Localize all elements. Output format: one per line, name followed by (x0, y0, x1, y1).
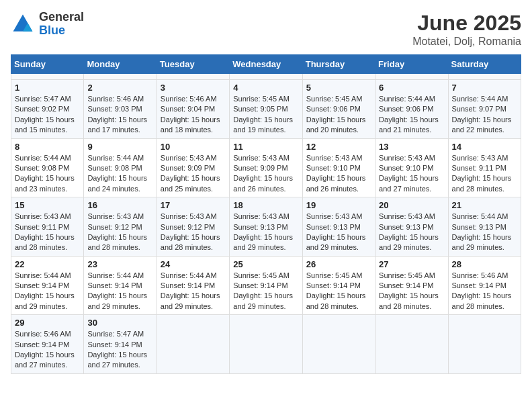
empty-cell (302, 74, 375, 80)
week-row-5: 22 Sunrise: 5:44 AMSunset: 9:14 PMDaylig… (11, 256, 521, 315)
day-info: Sunrise: 5:43 AMSunset: 9:09 PMDaylight:… (161, 154, 220, 193)
calendar-subtitle: Motatei, Dolj, Romania (412, 36, 521, 48)
day-number: 16 (87, 200, 152, 210)
day-info: Sunrise: 5:44 AMSunset: 9:13 PMDaylight:… (452, 212, 512, 251)
day-cell-23: 23 Sunrise: 5:44 AMSunset: 9:14 PMDaylig… (84, 256, 157, 315)
empty-cell (448, 74, 521, 80)
day-info: Sunrise: 5:43 AMSunset: 9:13 PMDaylight:… (233, 212, 293, 251)
weekday-header-wednesday: Wednesday (230, 55, 302, 74)
day-cell-10: 10 Sunrise: 5:43 AMSunset: 9:09 PMDaylig… (157, 138, 229, 197)
day-info: Sunrise: 5:45 AMSunset: 9:05 PMDaylight:… (233, 95, 293, 134)
day-cell-28: 28 Sunrise: 5:46 AMSunset: 9:14 PMDaylig… (448, 256, 521, 315)
empty-cell (375, 315, 448, 374)
day-cell-8: 8 Sunrise: 5:44 AMSunset: 9:08 PMDayligh… (11, 138, 84, 197)
day-info: Sunrise: 5:44 AMSunset: 9:14 PMDaylight:… (87, 271, 147, 310)
weekday-header-sunday: Sunday (11, 55, 84, 74)
day-info: Sunrise: 5:47 AMSunset: 9:14 PMDaylight:… (87, 330, 147, 369)
day-number: 3 (161, 83, 226, 93)
day-info: Sunrise: 5:43 AMSunset: 9:12 PMDaylight:… (161, 212, 220, 251)
day-number: 10 (161, 142, 226, 152)
day-cell-11: 11 Sunrise: 5:43 AMSunset: 9:09 PMDaylig… (230, 138, 302, 197)
day-info: Sunrise: 5:43 AMSunset: 9:10 PMDaylight:… (379, 154, 439, 193)
day-number: 5 (306, 83, 371, 93)
day-number: 14 (452, 142, 517, 152)
day-info: Sunrise: 5:44 AMSunset: 9:08 PMDaylight:… (15, 154, 75, 193)
empty-cell (375, 74, 448, 80)
day-number: 2 (87, 83, 152, 93)
day-cell-19: 19 Sunrise: 5:43 AMSunset: 9:13 PMDaylig… (302, 197, 375, 257)
day-number: 4 (233, 83, 298, 93)
day-info: Sunrise: 5:43 AMSunset: 9:12 PMDaylight:… (87, 212, 147, 251)
week-row-6: 29 Sunrise: 5:46 AMSunset: 9:14 PMDaylig… (11, 315, 521, 374)
day-info: Sunrise: 5:44 AMSunset: 9:06 PMDaylight:… (379, 95, 439, 134)
weekday-header-thursday: Thursday (302, 55, 375, 74)
day-info: Sunrise: 5:45 AMSunset: 9:14 PMDaylight:… (379, 271, 439, 310)
day-cell-4: 4 Sunrise: 5:45 AMSunset: 9:05 PMDayligh… (230, 80, 302, 139)
day-cell-13: 13 Sunrise: 5:43 AMSunset: 9:10 PMDaylig… (375, 138, 448, 197)
logo-text: General Blue (39, 11, 84, 38)
day-info: Sunrise: 5:45 AMSunset: 9:06 PMDaylight:… (306, 95, 366, 134)
day-cell-12: 12 Sunrise: 5:43 AMSunset: 9:10 PMDaylig… (302, 138, 375, 197)
day-cell-17: 17 Sunrise: 5:43 AMSunset: 9:12 PMDaylig… (157, 197, 229, 257)
empty-cell (84, 74, 157, 80)
day-info: Sunrise: 5:46 AMSunset: 9:14 PMDaylight:… (15, 330, 75, 369)
day-number: 18 (233, 200, 298, 210)
day-number: 20 (379, 200, 444, 210)
page-header: General Blue June 2025 Motatei, Dolj, Ro… (11, 11, 521, 48)
day-number: 28 (452, 259, 517, 269)
day-cell-18: 18 Sunrise: 5:43 AMSunset: 9:13 PMDaylig… (230, 197, 302, 257)
logo-blue: Blue (39, 24, 84, 38)
day-number: 24 (161, 259, 226, 269)
weekday-header-tuesday: Tuesday (157, 55, 229, 74)
day-cell-25: 25 Sunrise: 5:45 AMSunset: 9:14 PMDaylig… (230, 256, 302, 315)
day-cell-30: 30 Sunrise: 5:47 AMSunset: 9:14 PMDaylig… (84, 315, 157, 374)
week-row-3: 8 Sunrise: 5:44 AMSunset: 9:08 PMDayligh… (11, 138, 521, 197)
day-cell-14: 14 Sunrise: 5:43 AMSunset: 9:11 PMDaylig… (448, 138, 521, 197)
day-number: 9 (87, 142, 152, 152)
empty-cell (230, 74, 302, 80)
weekday-header-monday: Monday (84, 55, 157, 74)
day-cell-21: 21 Sunrise: 5:44 AMSunset: 9:13 PMDaylig… (448, 197, 521, 257)
weekday-header-friday: Friday (375, 55, 448, 74)
week-row-2: 1 Sunrise: 5:47 AMSunset: 9:02 PMDayligh… (11, 80, 521, 139)
day-number: 26 (306, 259, 371, 269)
calendar-title: June 2025 (412, 11, 521, 36)
day-info: Sunrise: 5:45 AMSunset: 9:14 PMDaylight:… (306, 271, 366, 310)
empty-cell (302, 315, 375, 374)
day-cell-3: 3 Sunrise: 5:46 AMSunset: 9:04 PMDayligh… (157, 80, 229, 139)
day-cell-22: 22 Sunrise: 5:44 AMSunset: 9:14 PMDaylig… (11, 256, 84, 315)
day-info: Sunrise: 5:46 AMSunset: 9:14 PMDaylight:… (452, 271, 512, 310)
day-info: Sunrise: 5:44 AMSunset: 9:07 PMDaylight:… (452, 95, 512, 134)
day-number: 12 (306, 142, 371, 152)
day-number: 17 (161, 200, 226, 210)
day-info: Sunrise: 5:43 AMSunset: 9:09 PMDaylight:… (233, 154, 293, 193)
calendar-table: SundayMondayTuesdayWednesdayThursdayFrid… (11, 54, 521, 374)
day-number: 19 (306, 200, 371, 210)
day-number: 7 (452, 83, 517, 93)
day-info: Sunrise: 5:43 AMSunset: 9:13 PMDaylight:… (379, 212, 439, 251)
day-info: Sunrise: 5:47 AMSunset: 9:02 PMDaylight:… (15, 95, 75, 134)
day-info: Sunrise: 5:44 AMSunset: 9:14 PMDaylight:… (15, 271, 75, 310)
day-cell-26: 26 Sunrise: 5:45 AMSunset: 9:14 PMDaylig… (302, 256, 375, 315)
day-cell-20: 20 Sunrise: 5:43 AMSunset: 9:13 PMDaylig… (375, 197, 448, 257)
day-cell-2: 2 Sunrise: 5:46 AMSunset: 9:03 PMDayligh… (84, 80, 157, 139)
day-number: 25 (233, 259, 298, 269)
day-number: 22 (15, 259, 80, 269)
day-info: Sunrise: 5:46 AMSunset: 9:03 PMDaylight:… (87, 95, 147, 134)
day-cell-9: 9 Sunrise: 5:44 AMSunset: 9:08 PMDayligh… (84, 138, 157, 197)
day-cell-7: 7 Sunrise: 5:44 AMSunset: 9:07 PMDayligh… (448, 80, 521, 139)
logo-icon (11, 12, 35, 36)
weekday-header-saturday: Saturday (448, 55, 521, 74)
day-info: Sunrise: 5:44 AMSunset: 9:14 PMDaylight:… (161, 271, 220, 310)
week-row-4: 15 Sunrise: 5:43 AMSunset: 9:11 PMDaylig… (11, 197, 521, 257)
week-row-1 (11, 74, 521, 80)
day-number: 13 (379, 142, 444, 152)
title-area: June 2025 Motatei, Dolj, Romania (412, 11, 521, 48)
day-number: 6 (379, 83, 444, 93)
day-cell-27: 27 Sunrise: 5:45 AMSunset: 9:14 PMDaylig… (375, 256, 448, 315)
day-number: 11 (233, 142, 298, 152)
logo: General Blue (11, 11, 84, 38)
empty-cell (157, 74, 229, 80)
day-cell-24: 24 Sunrise: 5:44 AMSunset: 9:14 PMDaylig… (157, 256, 229, 315)
day-info: Sunrise: 5:43 AMSunset: 9:10 PMDaylight:… (306, 154, 366, 193)
